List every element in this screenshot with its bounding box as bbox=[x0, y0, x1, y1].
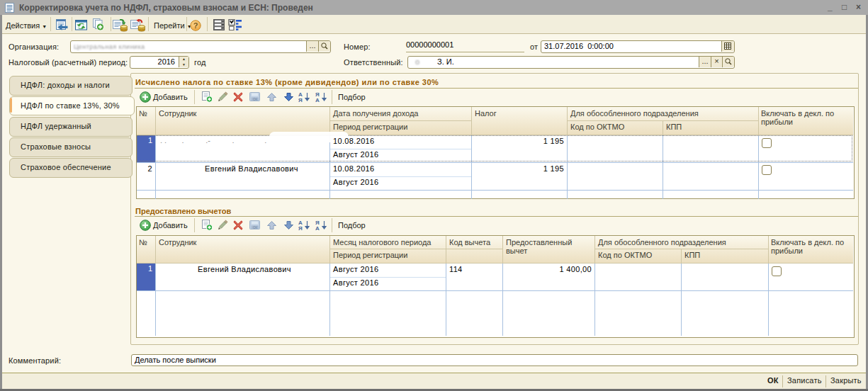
svg-text:Я: Я bbox=[298, 225, 303, 232]
svg-text:ОК: ОК bbox=[253, 98, 258, 101]
svg-text:Я: Я bbox=[298, 97, 303, 103]
svg-text:ОК: ОК bbox=[253, 226, 258, 230]
svg-text:?: ? bbox=[193, 21, 198, 30]
svg-text:А: А bbox=[315, 97, 320, 103]
svg-text:А: А bbox=[315, 225, 320, 232]
